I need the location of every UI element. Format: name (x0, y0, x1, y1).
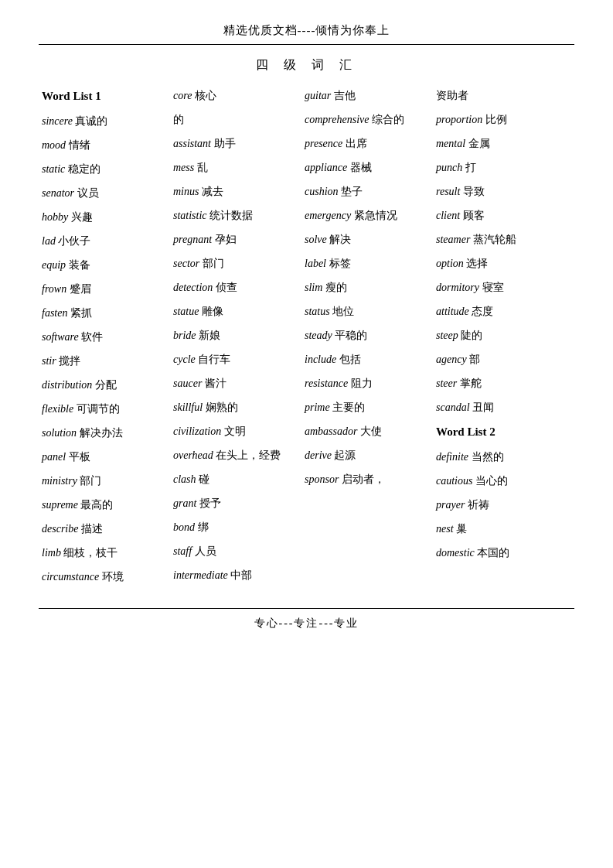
word-entry: client 顾客 (436, 207, 561, 224)
word-chinese: 地位 (332, 306, 354, 317)
word-chinese: 祈祷 (468, 499, 489, 511)
word-chinese: 丑闻 (472, 402, 494, 413)
word-chinese: 人员 (195, 545, 216, 557)
word-chinese: 解决 (329, 234, 351, 245)
word-chinese: 助手 (214, 138, 236, 149)
word-chinese: 当然的 (472, 451, 504, 463)
word-english: sponsor (305, 473, 342, 485)
word-english: appliance (305, 162, 350, 173)
top-header-text: 精选优质文档----倾情为你奉上 (223, 24, 390, 36)
word-entry: overhead 在头上，经费 (173, 447, 298, 463)
word-chinese: 绑 (198, 521, 209, 533)
word-english: civilization (173, 425, 224, 437)
word-chinese: 最高的 (80, 499, 113, 511)
word-chinese: 打 (465, 162, 476, 173)
word-english: cautious (436, 475, 475, 487)
word-continuation: 的 (173, 114, 184, 125)
word-entry: statue 雕像 (173, 303, 298, 320)
word-entry: Word List 1 (42, 87, 167, 105)
word-chinese: 阻力 (351, 378, 373, 389)
word-english: bond (173, 521, 198, 533)
section-title: Word List 2 (436, 425, 496, 438)
column-3: guitar 吉他comprehensive 综合的presence 出席app… (301, 87, 433, 593)
word-entry: resistance 阻力 (305, 375, 430, 391)
word-english: overhead (173, 449, 216, 461)
word-english: solution (42, 427, 80, 439)
word-entry: include 包括 (305, 351, 430, 367)
word-chinese: 软件 (81, 331, 103, 343)
main-title-text: 四 级 词 汇 (256, 58, 358, 71)
word-chinese: 议员 (77, 187, 99, 199)
word-english: agency (436, 354, 469, 365)
word-entry: clash 碰 (173, 471, 298, 487)
word-entry: software 软件 (42, 329, 167, 345)
word-english: nest (436, 523, 456, 535)
word-entry: solve 解决 (305, 231, 430, 248)
word-english: statue (173, 306, 202, 317)
word-chinese: 碰 (199, 473, 209, 485)
word-chinese: 描述 (81, 523, 103, 535)
word-english: intermediate (173, 569, 230, 581)
word-chinese: 本国的 (477, 547, 509, 559)
word-english: result (436, 186, 463, 197)
word-chinese: 在头上，经费 (216, 449, 281, 461)
word-english: assistant (173, 138, 214, 149)
word-english: ambassador (305, 425, 360, 437)
word-english: bride (173, 330, 199, 341)
column-1: Word List 1sincere 真诚的mood 情绪static 稳定的s… (39, 87, 170, 593)
word-entry: civilization 文明 (173, 423, 298, 439)
word-chinese: 包括 (339, 354, 361, 365)
word-chinese: 紧急情况 (354, 210, 397, 221)
word-chinese: 掌舵 (460, 378, 482, 389)
word-chinese: 减去 (202, 186, 223, 197)
word-entry: scandal 丑闻 (436, 399, 561, 415)
word-entry: cycle 自行车 (173, 351, 298, 367)
word-english: resistance (305, 378, 351, 389)
word-english: panel (42, 451, 69, 463)
word-english: emergency (305, 210, 354, 221)
word-entry: agency 部 (436, 351, 561, 367)
word-chinese: 当心的 (475, 475, 508, 487)
word-chinese: 蒸汽轮船 (473, 234, 516, 245)
word-entry: hobby 兴趣 (42, 209, 167, 225)
word-entry: bond 绑 (173, 519, 298, 535)
page: 精选优质文档----倾情为你奉上 四 级 词 汇 Word List 1sinc… (0, 0, 613, 868)
word-chinese: 环境 (102, 571, 124, 583)
word-chinese: 侦查 (216, 282, 237, 293)
word-entry: frown 蹙眉 (42, 281, 167, 297)
word-entry: static 稳定的 (42, 161, 167, 177)
word-entry: option 选择 (436, 255, 561, 272)
word-english: prayer (436, 499, 468, 511)
word-entry: definite 当然的 (436, 449, 561, 465)
word-chinese: 细枝，枝干 (63, 547, 117, 559)
word-entry: 的 (173, 111, 298, 128)
word-chinese: 酱汁 (205, 378, 226, 389)
word-english: statistic (173, 210, 209, 221)
word-entry: prime 主要的 (305, 399, 430, 415)
word-entry: staff 人员 (173, 543, 298, 559)
word-chinese: 瘦的 (325, 282, 347, 293)
word-english: supreme (42, 499, 80, 511)
word-english: steamer (436, 234, 473, 245)
word-english: mess (173, 162, 197, 173)
word-entry: mood 情绪 (42, 137, 167, 153)
word-chinese: 授予 (199, 497, 221, 509)
word-entry: cushion 垫子 (305, 183, 430, 200)
word-entry: assistant 助手 (173, 135, 298, 152)
word-chinese: 吉他 (334, 90, 356, 101)
word-entry: nest 巢 (436, 521, 561, 537)
word-english: client (436, 210, 463, 221)
word-chinese: 综合的 (372, 114, 404, 125)
top-header: 精选优质文档----倾情为你奉上 (39, 23, 574, 45)
word-chinese: 导致 (463, 186, 485, 197)
footer-text: 专心---专注---专业 (254, 617, 359, 629)
word-english: stir (42, 355, 59, 367)
word-entry: domestic 本国的 (436, 545, 561, 561)
content-area: Word List 1sincere 真诚的mood 情绪static 稳定的s… (39, 87, 574, 593)
word-english: software (42, 331, 81, 343)
word-entry: grant 授予 (173, 495, 298, 511)
word-entry: label 标签 (305, 255, 430, 272)
word-entry: ministry 部门 (42, 473, 167, 489)
word-entry: circumstance 环境 (42, 569, 167, 585)
word-english: option (436, 258, 466, 269)
